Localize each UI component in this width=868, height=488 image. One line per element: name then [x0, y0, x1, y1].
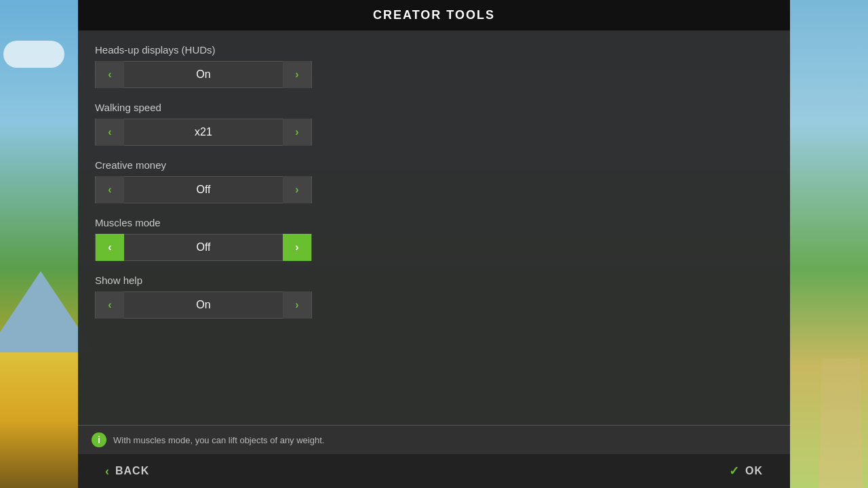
show-help-value: On: [124, 299, 283, 311]
title-bar: CREATOR TOOLS: [78, 0, 790, 30]
setting-creative-money: Creative money ‹ Off ›: [95, 159, 773, 203]
label-huds: Heads-up displays (HUDs): [95, 44, 773, 56]
setting-muscles-mode: Muscles mode ‹ Off ›: [95, 217, 773, 261]
control-creative-money: ‹ Off ›: [95, 176, 312, 203]
creative-money-right-arrow[interactable]: ›: [283, 176, 311, 203]
creative-money-left-arrow[interactable]: ‹: [96, 176, 124, 203]
huds-right-arrow[interactable]: ›: [283, 61, 311, 88]
back-label: BACK: [115, 465, 149, 477]
sunflower-decoration: [0, 352, 78, 488]
control-walking-speed: ‹ x21 ›: [95, 119, 312, 146]
muscles-mode-left-arrow[interactable]: ‹: [96, 234, 124, 261]
walking-speed-value: x21: [124, 126, 283, 138]
info-text: With muscles mode, you can lift objects …: [113, 435, 324, 445]
control-huds: ‹ On ›: [95, 61, 312, 88]
info-bar: i With muscles mode, you can lift object…: [78, 425, 790, 454]
huds-left-arrow[interactable]: ‹: [96, 61, 124, 88]
bg-right: [790, 0, 868, 488]
label-show-help: Show help: [95, 274, 773, 286]
info-icon: i: [92, 432, 106, 447]
creative-money-value: Off: [124, 184, 283, 196]
setting-walking-speed: Walking speed ‹ x21 ›: [95, 102, 773, 146]
settings-content: Heads-up displays (HUDs) ‹ On › Walking …: [78, 30, 790, 425]
ok-label: OK: [745, 465, 763, 477]
main-panel: CREATOR TOOLS Heads-up displays (HUDs) ‹…: [78, 0, 790, 488]
show-help-left-arrow[interactable]: ‹: [96, 291, 124, 319]
walking-speed-left-arrow[interactable]: ‹: [96, 119, 124, 146]
cloud-decoration: [3, 41, 64, 68]
road-decoration: [818, 359, 863, 488]
huds-value: On: [124, 68, 283, 81]
bg-left: [0, 0, 78, 488]
control-show-help: ‹ On ›: [95, 291, 312, 319]
label-muscles-mode: Muscles mode: [95, 217, 773, 228]
bottom-bar: ‹ BACK ✓ OK: [78, 454, 790, 488]
muscles-mode-right-arrow[interactable]: ›: [283, 234, 311, 261]
label-creative-money: Creative money: [95, 159, 773, 171]
label-walking-speed: Walking speed: [95, 102, 773, 113]
back-icon: ‹: [105, 464, 110, 479]
ok-button[interactable]: ✓ OK: [729, 464, 763, 479]
setting-show-help: Show help ‹ On ›: [95, 274, 773, 319]
setting-huds: Heads-up displays (HUDs) ‹ On ›: [95, 44, 773, 88]
walking-speed-right-arrow[interactable]: ›: [283, 119, 311, 146]
ok-icon: ✓: [729, 464, 740, 479]
muscles-mode-value: Off: [124, 241, 283, 253]
control-muscles-mode: ‹ Off ›: [95, 234, 312, 261]
show-help-right-arrow[interactable]: ›: [283, 291, 311, 319]
back-button[interactable]: ‹ BACK: [105, 464, 149, 479]
page-title: CREATOR TOOLS: [92, 8, 776, 22]
